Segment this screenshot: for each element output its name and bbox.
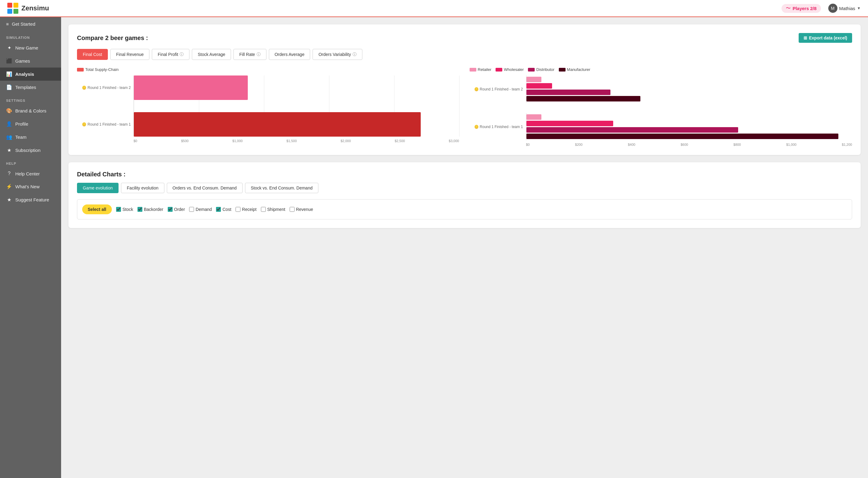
sidebar-section-help: HELP — [0, 157, 61, 167]
cb-stock-input[interactable] — [116, 207, 121, 212]
tab-orders-end-consum[interactable]: Orders vs. End Consum. Demand — [167, 183, 243, 193]
user-menu[interactable]: M Mathias ▼ — [828, 4, 861, 13]
manufacturer-bar-team2 — [526, 96, 640, 101]
cb-stock[interactable]: Stock — [116, 207, 133, 212]
subscription-label: Subscription — [15, 148, 41, 153]
cb-cost-input[interactable] — [216, 207, 221, 212]
coin-right-team1: 🪙 — [474, 125, 479, 129]
sidebar-item-templates[interactable]: 📄 Templates — [0, 81, 61, 94]
help-center-icon: ? — [6, 171, 12, 176]
tab-orders-variability[interactable]: Orders Variability ⓘ — [313, 49, 362, 60]
sidebar-item-new-game[interactable]: ✦ New Game — [0, 41, 61, 54]
cb-revenue[interactable]: Revenue — [290, 207, 313, 212]
wholesaler-bar-team2 — [526, 83, 552, 89]
sidebar-item-whats-new[interactable]: ⚡ What's New — [0, 180, 61, 193]
suggest-feature-icon: ★ — [6, 197, 12, 203]
sidebar-item-get-started[interactable]: ≡ Get Started — [0, 17, 61, 31]
cb-order[interactable]: Order — [168, 207, 185, 212]
left-bar-row-team1: 🪙 Round 1 Finished - team 1 — [77, 112, 460, 137]
cb-order-input[interactable] — [168, 207, 173, 212]
left-x-tick-1: $500 — [181, 139, 188, 143]
sidebar-item-team[interactable]: 👥 Team — [0, 130, 61, 144]
svg-rect-3 — [13, 9, 18, 14]
legend-wholesaler-color — [496, 68, 502, 71]
sidebar-item-suggest-feature[interactable]: ★ Suggest Feature — [0, 193, 61, 206]
orders-variability-info-icon: ⓘ — [352, 52, 356, 57]
left-chart: Total Supply-Chain — [77, 67, 460, 146]
right-bars-team1 — [526, 113, 852, 140]
left-chart-area: 🪙 Round 1 Finished - team 2 🪙 — [77, 76, 460, 143]
sidebar-item-games[interactable]: ⬛ Games — [0, 54, 61, 67]
sidebar-item-profile[interactable]: 👤 Profile — [0, 117, 61, 130]
legend-total-supply-chain: Total Supply-Chain — [77, 67, 119, 72]
sidebar-section-settings: SETTINGS — [0, 94, 61, 104]
distributor-bar-team1 — [526, 127, 738, 132]
tab-final-cost[interactable]: Final Cost — [77, 49, 108, 60]
right-x-tick-1: $200 — [575, 143, 582, 146]
export-button[interactable]: ⊞ Export data (excel) — [799, 33, 852, 43]
user-name: Mathias — [839, 6, 856, 11]
legend-manufacturer-color — [559, 68, 565, 71]
tab-orders-average[interactable]: Orders Average — [269, 49, 310, 60]
select-all-label: Select all — [88, 207, 106, 212]
topbar-right: 〜 Players 2/8 M Mathias ▼ — [781, 4, 861, 13]
analysis-label: Analysis — [15, 71, 34, 77]
team-label: Team — [15, 135, 27, 140]
cb-receipt-label: Receipt — [242, 207, 256, 212]
logo-area: Zensimu — [7, 3, 49, 14]
cb-shipment[interactable]: Shipment — [261, 207, 285, 212]
final-profit-info-icon: ⓘ — [180, 52, 184, 57]
games-icon: ⬛ — [6, 58, 12, 64]
cb-revenue-input[interactable] — [290, 207, 294, 212]
right-bars-team1-inner — [526, 113, 852, 140]
sidebar-item-brand-colors[interactable]: 🎨 Brand & Colors — [0, 104, 61, 117]
compare-header: Compare 2 beer games : ⊞ Export data (ex… — [77, 33, 852, 43]
sidebar-item-help-center[interactable]: ? Help Center — [0, 167, 61, 180]
cb-cost[interactable]: Cost — [216, 207, 231, 212]
new-game-icon: ✦ — [6, 45, 12, 51]
left-x-tick-4: $2,000 — [341, 139, 351, 143]
cb-demand[interactable]: Demand — [189, 207, 212, 212]
detail-tabs: Game evolution Facility evolution Orders… — [77, 183, 852, 193]
legend-manufacturer-label: Manufacturer — [567, 67, 591, 72]
left-bar-area-team1 — [134, 112, 460, 137]
tab-game-evolution[interactable]: Game evolution — [77, 183, 119, 193]
cb-receipt-input[interactable] — [236, 207, 241, 212]
tab-stock-end-consum[interactable]: Stock vs. End Consum. Demand — [245, 183, 318, 193]
app-name: Zensimu — [21, 4, 49, 12]
right-group-team1: 🪙 Round 1 Finished - team 1 — [470, 113, 852, 140]
tab-game-evolution-label: Game evolution — [83, 185, 113, 190]
templates-label: Templates — [15, 85, 36, 90]
right-x-tick-0: $0 — [526, 143, 530, 146]
tab-final-revenue[interactable]: Final Revenue — [110, 49, 149, 60]
right-label-team1: 🪙 Round 1 Finished - team 1 — [470, 113, 852, 140]
cb-demand-input[interactable] — [189, 207, 194, 212]
sidebar-item-analysis[interactable]: 📊 Analysis — [0, 67, 61, 81]
right-label-team2: 🪙 Round 1 Finished - team 2 — [470, 76, 852, 103]
select-all-button[interactable]: Select all — [82, 205, 112, 214]
players-badge: 〜 Players 2/8 — [781, 4, 820, 13]
detailed-charts-card: Detailed Charts : Game evolution Facilit… — [68, 162, 861, 228]
cb-shipment-input[interactable] — [261, 207, 266, 212]
left-bar-row-team2: 🪙 Round 1 Finished - team 2 — [77, 76, 460, 100]
cb-backorder[interactable]: Backorder — [137, 207, 163, 212]
detailed-title: Detailed Charts : — [77, 171, 852, 178]
compare-title: Compare 2 beer games : — [77, 34, 148, 41]
players-count: Players 2/8 — [793, 6, 816, 11]
tab-orders-average-label: Orders Average — [275, 52, 305, 57]
chevron-down-icon: ▼ — [857, 6, 861, 10]
sidebar-item-subscription[interactable]: ★ Subscription — [0, 144, 61, 157]
cb-receipt[interactable]: Receipt — [236, 207, 256, 212]
tab-stock-average[interactable]: Stock Average — [192, 49, 231, 60]
tab-final-profit[interactable]: Final Profit ⓘ — [152, 49, 189, 60]
tab-facility-evolution[interactable]: Facility evolution — [121, 183, 164, 193]
right-bars-team2 — [526, 76, 852, 103]
right-chart: Retailer Wholesaler Distributor Man — [470, 67, 852, 146]
tab-fill-rate[interactable]: Fill Rate ⓘ — [234, 49, 266, 60]
export-label: Export data (excel) — [809, 35, 847, 40]
legend-total-label: Total Supply-Chain — [85, 67, 119, 72]
cb-shipment-label: Shipment — [267, 207, 285, 212]
manufacturer-bar-team1 — [526, 133, 839, 139]
left-x-tick-6: $3,000 — [449, 139, 459, 143]
cb-backorder-input[interactable] — [137, 207, 143, 212]
